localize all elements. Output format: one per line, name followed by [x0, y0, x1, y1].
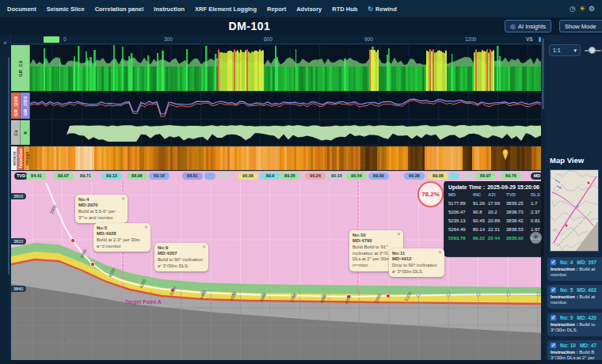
settings-icon[interactable]: ⚙ [589, 5, 595, 13]
menu-item-instruction[interactable]: Instruction [154, 6, 185, 13]
zoom-plus-button[interactable]: + [530, 232, 542, 244]
survey-cell: 5293.78 [448, 234, 473, 243]
card-checkbox[interactable]: ✓ [551, 315, 556, 320]
survey-cell: 5206.47 [448, 207, 473, 216]
survey-cell: 17.99 [488, 199, 506, 207]
survey-update-panel: Update Time : 2025-09-29 15:20:06 MDINCA… [444, 181, 545, 257]
track-gr-qux-cdx-plot[interactable] [30, 93, 545, 119]
balloon-close-icon[interactable]: ✕ [202, 245, 206, 251]
card-checkbox[interactable]: ✓ [551, 287, 556, 293]
tvd-value-pill: 89.98 [428, 173, 448, 180]
tvd-value-pill: 89.71 [75, 173, 96, 180]
balloon-close-icon[interactable]: ✕ [144, 225, 148, 231]
cross-section: 3900400041004200430044004500460047004800… [11, 181, 545, 360]
card-no: No: 4 [560, 260, 573, 265]
ai-insights-button[interactable]: ◎ AI Insights [505, 20, 551, 32]
balloon-md: MD:4207 [158, 251, 205, 256]
tvd-value-pill: 90.08 [238, 173, 258, 180]
track-label-column: CaK [11, 120, 30, 145]
card-instruction-line2: monitor. [551, 300, 602, 305]
card-no: No: 9 [560, 315, 573, 320]
tvd-value-pill: 89.76 [501, 173, 521, 180]
scrollbar-thumb[interactable] [542, 38, 544, 109]
track-chip-k[interactable]: K [21, 120, 30, 145]
theme-sun-icon[interactable]: ☀ [579, 5, 585, 13]
survey-cell: 3838.92 [506, 234, 531, 243]
menu-item-seismic-slice[interactable]: Seismic Slice [47, 6, 85, 13]
instruction-balloon-no-5: No:5MD:4028Build at 2-3° per 30m and mon… [93, 223, 150, 252]
log-track-image: m/minTotalGasimage [11, 146, 545, 170]
section-close-icon[interactable]: ✕ [67, 336, 72, 343]
tvd-value-pill: 88.96 [127, 173, 147, 180]
menu-item-document[interactable]: Document [7, 6, 36, 13]
track-chip-totalgas[interactable]: TotalGas [17, 146, 24, 170]
instruction-card-no-5[interactable]: ✓No: 5MD: 402Instruction : Build atmonit… [547, 285, 602, 309]
track-chip-m-min[interactable]: m/min [11, 146, 17, 170]
survey-cell: 89.14 [473, 226, 488, 234]
left-scrollbar[interactable] [8, 57, 10, 275]
tvd-value-strip: TVD84.4188.0789.7189.1388.9689.1888.8190… [11, 171, 545, 181]
survey-cell: 0.81 [531, 216, 542, 225]
menu-item-report[interactable]: Report [267, 6, 286, 13]
menu-item-advisory[interactable]: Advisory [296, 6, 322, 13]
survey-cell: 91.26 [473, 199, 488, 207]
survey-col-header: INC [473, 191, 488, 199]
track-chip-gr-cx[interactable]: GR_CX [11, 45, 30, 91]
track-chip-gr-cdx[interactable]: GR_CDX [21, 93, 30, 119]
clock-icon[interactable]: ◷ [570, 5, 576, 13]
balloon-md: MD:4028 [97, 231, 147, 237]
map-view-thumbnail[interactable] [550, 169, 599, 252]
titlebar: DM-101 ◎ AI Insights Show Mode [0, 17, 602, 35]
track-chip-image[interactable]: image [24, 146, 30, 170]
instruction-card-no-4[interactable]: ✓No: 4MD: 397Instruction : Build atmonit… [547, 257, 602, 281]
tvd-axis-label: 3820 [11, 238, 26, 245]
balloon-text: Build at 5.5-6° per 30m and monitor. [78, 209, 124, 221]
survey-cell: 3839.25 [506, 199, 531, 207]
balloon-no: No:11 [392, 251, 441, 256]
card-checkbox[interactable]: ✓ [551, 343, 556, 348]
track-label-column: m/minTotalGasimage [11, 146, 30, 170]
map-view-title: Map View [550, 156, 584, 165]
balloon-md: MD:4790 [352, 238, 400, 244]
menu-item-xrf-element-logging[interactable]: XRF Element Logging [195, 6, 257, 13]
balloon-close-icon[interactable]: ✕ [121, 196, 125, 203]
show-mode-button[interactable]: Show Mode [559, 20, 602, 32]
survey-col-header: TVD [506, 191, 531, 199]
tvd-value-pill: 89.18 [149, 173, 170, 180]
tvd-value-pill: 89.35 [280, 173, 300, 180]
ruler-tick-label: 1200 [465, 36, 476, 42]
card-md: MD: 402 [577, 287, 596, 293]
survey-col-header: DLS [531, 191, 542, 199]
balloon-close-icon[interactable]: ✕ [397, 232, 401, 238]
track-chip-gr-qux[interactable]: GR_QUX [11, 93, 21, 119]
track-image-plot[interactable] [30, 146, 545, 170]
instruction-card-no-9[interactable]: ✓No: 9MD: 420Instruction : Build to3°/30… [547, 313, 602, 336]
card-instruction-line: Instruction : Build at [551, 267, 602, 271]
zoom-slider-knob[interactable] [589, 47, 596, 54]
collapse-panel-icon[interactable]: « [0, 39, 10, 47]
survey-cell: 5264.49 [448, 226, 473, 234]
track-chip-ca[interactable]: Ca [11, 120, 21, 145]
menu-item-rewind[interactable]: ↻Rewind [368, 6, 396, 13]
card-md: MD: 47 [580, 343, 596, 348]
update-time-label: Update Time : [448, 184, 485, 190]
balloon-close-icon[interactable]: ✕ [438, 250, 442, 256]
survey-col-header: MD [448, 191, 473, 199]
track-gr-cx-plot[interactable] [30, 45, 545, 91]
main-content: VS 03006009001200 GR_CX GR_QUXGR_CDX CaK… [11, 35, 545, 360]
track-ca-k-plot[interactable] [30, 120, 545, 145]
chevron-down-icon: ▾ [573, 47, 577, 54]
log-track-gamma: GR_CX [11, 45, 545, 91]
instruction-balloon-no-9: No:9MD:4207Build to 90° inclination at 3… [154, 243, 208, 271]
ruler-range-marker[interactable] [44, 36, 59, 43]
tvd-value-pill: 88.07 [53, 173, 74, 180]
menu-item-rtd-hub[interactable]: RTD Hub [332, 6, 357, 13]
svg-text:Target Point A: Target Point A [125, 299, 162, 305]
balloon-text: Drop to 90° inclination at 3°/30m DLS. [392, 263, 441, 275]
scale-select[interactable]: 1:1 ▾ [549, 44, 581, 56]
rewind-icon: ↻ [368, 6, 373, 13]
card-checkbox[interactable]: ✓ [551, 260, 556, 265]
menu-item-correlation-panel[interactable]: Correlation panel [95, 6, 144, 13]
survey-cell: 20.89 [488, 216, 506, 225]
tvd-blank-pill [219, 173, 230, 180]
